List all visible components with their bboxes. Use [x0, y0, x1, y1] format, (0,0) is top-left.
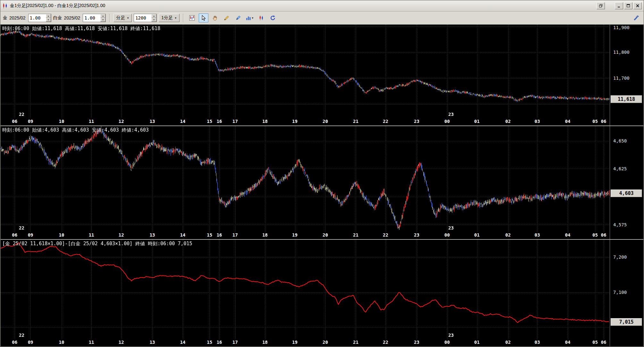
candle-style-button[interactable] — [256, 13, 266, 22]
platinum-chart-panel: 時刻:06:00 始値:4,603 高値:4,603 安値:4,603 終値:4… — [1, 126, 643, 231]
bar-count-down-button[interactable]: ▼ — [151, 18, 156, 22]
settings-button[interactable] — [631, 13, 641, 22]
titlebar[interactable]: 金1分足[2025/02]1.00 - 白金1分足[2025/02]1.00 × — [0, 0, 644, 12]
time-axis-label: 17 — [232, 340, 238, 345]
last-price-badge: 4,603 — [611, 190, 642, 197]
time-axis-label: 20 — [322, 340, 328, 345]
platinum-multiplier-input[interactable] — [83, 14, 100, 22]
price-axis-label: 7,100 — [613, 290, 627, 295]
platinum-price-axis: 4,6504,6254,5754,603 — [610, 126, 643, 231]
platinum-label: 白金 — [53, 15, 62, 21]
platinum-multiplier-up-button[interactable]: ▲ — [100, 14, 105, 18]
platinum-plot-area[interactable]: 時刻:06:00 始値:4,603 高値:4,603 安値:4,603 終値:4… — [1, 126, 610, 231]
platinum-contract[interactable]: 2025/02 — [64, 15, 80, 20]
time-axis-label: 18 — [262, 119, 268, 124]
time-axis-label: 04 — [565, 119, 570, 124]
platinum-multiplier-spinbox[interactable]: ▲ ▼ — [83, 14, 106, 22]
time-axis-label: 13 — [150, 340, 155, 345]
bar-count-input[interactable] — [134, 14, 151, 22]
time-axis-label: 21 — [353, 340, 358, 345]
hand-icon — [212, 15, 218, 21]
time-axis-label: 03 — [534, 340, 540, 345]
toolbar-separator — [109, 14, 110, 22]
price-axis-label: 4,650 — [613, 138, 627, 143]
gold-plot-area[interactable]: 時刻:06:00 始値:11,618 高値:11,618 安値:11,618 終… — [1, 25, 610, 118]
toolbar-separator — [183, 14, 184, 22]
refresh-icon — [270, 15, 276, 21]
period-type-dropdown[interactable]: 分足 ▼ — [113, 14, 132, 22]
pencil-tool-button[interactable] — [222, 13, 231, 22]
gold-contract[interactable]: 2025/02 — [9, 15, 26, 20]
spread-readout: [金 25/02 11,618×1.00]-[白金 25/02 4,603×1.… — [2, 241, 192, 247]
maximize-button[interactable] — [624, 2, 632, 9]
close-button[interactable]: × — [633, 2, 642, 9]
gold-multiplier-spinbox[interactable]: ▲ ▼ — [28, 14, 51, 22]
bar-count-up-button[interactable]: ▲ — [151, 14, 156, 18]
platinum-multiplier-down-button[interactable]: ▼ — [100, 18, 105, 22]
time-axis-label: 14 — [180, 232, 186, 238]
time-axis-label: 18 — [262, 232, 268, 238]
time-axis: 0609101112131415161718192021222300010203… — [1, 231, 610, 239]
time-axis-label: 17 — [232, 119, 238, 124]
gold-multiplier-down-button[interactable]: ▼ — [46, 18, 51, 22]
price-axis-label: 4,625 — [613, 166, 627, 171]
time-axis-label: 23 — [414, 340, 419, 345]
gold-price-axis: 11,90011,80011,70011,618 — [610, 25, 643, 118]
axis-corner — [610, 339, 643, 346]
price-axis-label: 11,800 — [613, 50, 630, 55]
time-axis: 0609101112131415161718192021222300010203… — [1, 339, 610, 346]
gold-chart-panel: 時刻:06:00 始値:11,618 高値:11,618 安値:11,618 終… — [1, 25, 643, 118]
time-axis-label: 03 — [534, 119, 540, 124]
timeframe-label: 1分足 — [161, 15, 173, 21]
time-axis-label: 09 — [28, 119, 33, 124]
time-axis-label: 05 — [592, 119, 598, 124]
spread-plot-area[interactable]: [金 25/02 11,618×1.00]-[白金 25/02 4,603×1.… — [1, 240, 610, 339]
spread-price-axis: 7,2007,1007,015 — [610, 240, 643, 339]
float-window-button[interactable] — [597, 2, 605, 9]
pan-tool-button[interactable] — [210, 13, 220, 22]
price-axis-label: 11,900 — [613, 25, 630, 30]
bar-count-spinbox[interactable]: ▲ ▼ — [134, 14, 157, 22]
spread-time-axis-row: 0609101112131415161718192021222300010203… — [1, 339, 643, 346]
select-tool-button[interactable] — [199, 13, 208, 22]
time-axis-label: 10 — [59, 232, 64, 238]
time-axis-label: 02 — [505, 119, 511, 124]
time-axis-label: 00 — [444, 119, 450, 124]
time-axis-label: 12 — [119, 232, 124, 238]
minimize-button[interactable] — [615, 2, 623, 9]
price-axis-label: 7,200 — [613, 254, 627, 260]
time-axis-label: 15 — [207, 119, 212, 124]
timeframe-dropdown[interactable]: 1分足 ▼ — [159, 14, 180, 22]
spread-line-canvas — [1, 240, 610, 339]
price-axis-label: 4,575 — [613, 222, 627, 227]
last-price-badge: 11,618 — [611, 95, 642, 103]
pen-icon — [235, 15, 241, 21]
chevron-down-icon: ▼ — [251, 17, 254, 20]
histogram-icon — [246, 15, 251, 21]
time-axis-label: 00 — [444, 232, 450, 238]
time-axis-label: 13 — [150, 119, 155, 124]
k-chart-tool-button[interactable] — [187, 13, 197, 22]
gold-multiplier-up-button[interactable]: ▲ — [46, 14, 51, 18]
time-axis-label: 05 — [592, 232, 598, 238]
time-axis-label: 12 — [119, 340, 124, 345]
k-chart-icon — [189, 15, 195, 21]
time-axis-label: 06 — [601, 232, 606, 238]
pen-tool-button[interactable] — [233, 13, 243, 22]
indicator-tool-button[interactable]: ▼ — [245, 13, 255, 22]
time-axis-label: 22 — [383, 232, 388, 238]
time-axis-label: 05 — [592, 340, 598, 345]
time-axis-label: 15 — [207, 340, 212, 345]
toolbar: 金 2025/02 ▲ ▼ 白金 2025/02 ▲ ▼ 分足 ▼ ▲ — [0, 12, 644, 25]
time-axis-label: 11 — [89, 119, 94, 124]
refresh-button[interactable] — [268, 13, 278, 22]
app-candlestick-icon — [2, 3, 8, 9]
time-axis-label: 14 — [180, 119, 186, 124]
platinum-candlestick-canvas — [1, 126, 610, 231]
wrench-icon — [633, 15, 639, 21]
gold-multiplier-input[interactable] — [29, 14, 46, 22]
time-axis-label: 17 — [232, 232, 238, 238]
time-axis-label: 16 — [217, 340, 222, 345]
time-axis-label: 06 — [12, 119, 17, 124]
time-axis-label: 09 — [28, 232, 33, 238]
